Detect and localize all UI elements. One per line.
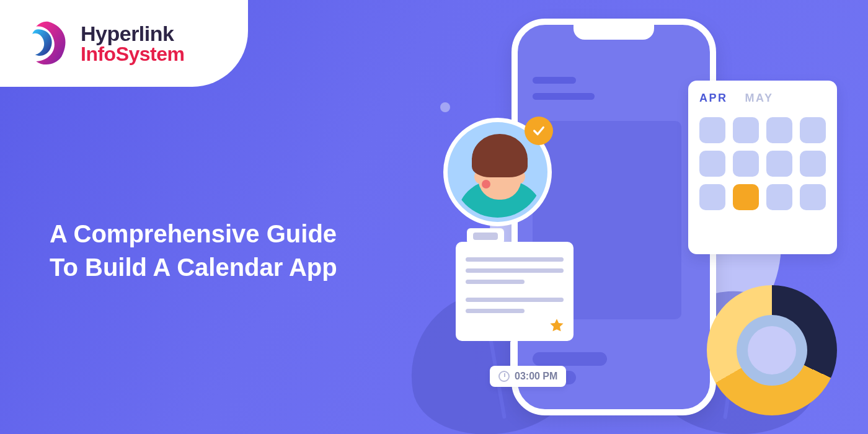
calendar-cell	[733, 117, 759, 143]
time-label: 03:00 PM	[515, 371, 557, 382]
avatar	[443, 118, 552, 226]
calendar-grid	[699, 117, 826, 210]
phone-notch	[574, 25, 654, 40]
calendar-cell	[699, 117, 725, 143]
brand-mark-icon	[25, 20, 72, 67]
donut-chart	[707, 285, 837, 415]
note-tab	[467, 228, 504, 244]
placeholder-line	[466, 268, 564, 273]
placeholder-pill	[533, 352, 607, 366]
calendar-cell	[733, 184, 759, 210]
brand-name-line2: InfoSystem	[81, 44, 184, 64]
calendar-card: APR MAY	[688, 81, 837, 254]
brand-name: Hyperlink InfoSystem	[81, 23, 184, 64]
page-title-line2: To Build A Calendar App	[50, 254, 337, 281]
calendar-month-active: APR	[699, 92, 728, 105]
page-title: A Comprehensive Guide To Build A Calenda…	[50, 217, 337, 284]
calendar-cell	[766, 184, 792, 210]
calendar-cell	[800, 151, 826, 177]
placeholder-line	[466, 298, 564, 302]
calendar-cell	[800, 117, 826, 143]
connector-line	[510, 341, 512, 367]
illustration: 03:00 PM APR MAY	[384, 0, 831, 434]
placeholder-bar	[533, 77, 576, 84]
placeholder-line	[466, 257, 564, 262]
clock-icon	[498, 371, 510, 382]
dot-decoration	[440, 102, 450, 112]
calendar-cell	[699, 151, 725, 177]
calendar-cell	[733, 151, 759, 177]
calendar-months: APR MAY	[699, 92, 826, 105]
star-icon	[549, 317, 565, 334]
calendar-cell	[766, 151, 792, 177]
placeholder-line	[466, 309, 525, 313]
brand-name-line1: Hyperlink	[81, 23, 184, 44]
time-badge: 03:00 PM	[490, 366, 566, 387]
calendar-month-next: MAY	[745, 92, 774, 105]
brand-logo-card: Hyperlink InfoSystem	[0, 0, 248, 87]
checkmark-icon	[525, 117, 553, 145]
calendar-cell	[800, 184, 826, 210]
placeholder-bar	[533, 93, 595, 100]
hero-banner: Hyperlink InfoSystem A Comprehensive Gui…	[0, 0, 868, 434]
calendar-cell	[699, 184, 725, 210]
placeholder-line	[466, 280, 525, 284]
calendar-cell	[766, 117, 792, 143]
page-title-line1: A Comprehensive Guide	[50, 220, 337, 247]
note-card	[456, 242, 574, 341]
